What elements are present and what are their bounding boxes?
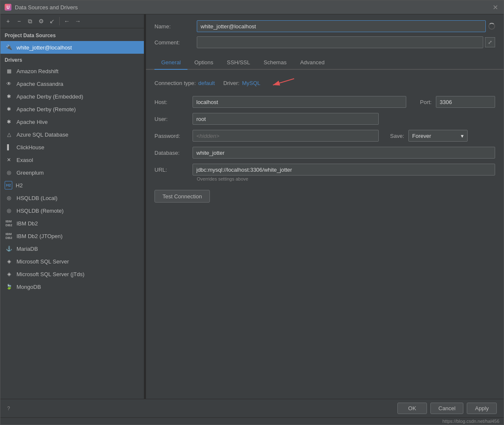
password-label: Password:: [154, 133, 188, 139]
comment-label: Comment:: [154, 39, 197, 46]
name-label: Name:: [154, 23, 197, 30]
back-button[interactable]: ←: [62, 16, 72, 26]
test-connection-button[interactable]: Test Connection: [154, 190, 210, 203]
tab-options[interactable]: Options: [187, 56, 220, 70]
greenplum-icon: ◎: [5, 168, 13, 177]
driver-mssql[interactable]: ◈ Microsoft SQL Server: [0, 255, 144, 268]
driver-amazon-redshift[interactable]: ▦ Amazon Redshift: [0, 65, 144, 77]
driver-apache-derby-remote[interactable]: ✱ Apache Derby (Remote): [0, 103, 144, 115]
import-button[interactable]: ↙: [47, 16, 57, 26]
title-bar: U Data Sources and Drivers ✕: [0, 0, 504, 14]
apache-hive-icon: ✱: [5, 118, 13, 126]
left-tree[interactable]: Project Data Sources 🔌 white_jotter@loca…: [0, 28, 144, 399]
amazon-redshift-icon: ▦: [5, 67, 13, 75]
driver-value[interactable]: MySQL: [242, 80, 260, 86]
save-select[interactable]: Forever ▾: [408, 130, 468, 142]
user-input[interactable]: [193, 113, 379, 125]
host-label: Host:: [154, 99, 188, 105]
close-button[interactable]: ✕: [491, 3, 499, 11]
user-label: User:: [154, 116, 188, 122]
duplicate-button[interactable]: ⧉: [25, 16, 35, 26]
dialog-window: U Data Sources and Drivers ✕ + − ⧉ ⚙ ↙ ←…: [0, 0, 504, 425]
database-input[interactable]: [193, 147, 495, 159]
help-button[interactable]: ?: [7, 406, 10, 411]
name-row: Name:: [154, 20, 495, 32]
hsqldb-remote-icon: ◎: [5, 206, 13, 215]
save-value: Forever: [412, 133, 431, 139]
add-button[interactable]: +: [3, 16, 13, 26]
toolbar-separator: [59, 17, 60, 25]
toolbar: + − ⧉ ⚙ ↙ ← →: [0, 14, 144, 28]
drivers-section-header: Drivers: [0, 54, 144, 65]
forward-button[interactable]: →: [73, 16, 83, 26]
driver-mongodb[interactable]: 🍃 MongoDB: [0, 280, 144, 293]
datasource-icon: 🔌: [5, 43, 13, 52]
mongodb-icon: 🍃: [5, 282, 13, 291]
comment-row: Comment: ⤢: [154, 36, 495, 48]
project-datasource-item[interactable]: 🔌 white_jotter@localhost: [0, 41, 144, 54]
driver-h2[interactable]: H2 H2: [0, 179, 144, 192]
host-input[interactable]: [193, 96, 406, 108]
apply-button[interactable]: Apply: [467, 403, 497, 414]
datasource-label: white_jotter@localhost: [17, 44, 72, 51]
driver-exasol[interactable]: ✕ Exasol: [0, 154, 144, 166]
driver-apache-derby-embedded[interactable]: ✱ Apache Derby (Embedded): [0, 90, 144, 103]
driver-ibm-db2[interactable]: IBMDB2 IBM Db2: [0, 217, 144, 230]
status-url: https://blog.csdn.net/hal456: [442, 419, 499, 424]
ibm-db2-icon: IBMDB2: [5, 219, 13, 228]
apache-derby-remote-icon: ✱: [5, 105, 13, 113]
connection-type-value[interactable]: default: [198, 80, 215, 86]
driver-mssql-jtds[interactable]: ◈ Microsoft SQL Server (jTds): [0, 268, 144, 280]
form-header: Name: Comment: ⤢: [146, 14, 504, 52]
tab-schemas[interactable]: Schemas: [257, 56, 293, 70]
driver-azure-sql[interactable]: △ Azure SQL Database: [0, 128, 144, 141]
user-row: User:: [154, 113, 495, 125]
mssql-icon: ◈: [5, 257, 13, 266]
main-content: + − ⧉ ⚙ ↙ ← → Project Data Sources 🔌 whi…: [0, 14, 504, 399]
name-input[interactable]: [197, 20, 486, 32]
driver-apache-hive[interactable]: ✱ Apache Hive: [0, 115, 144, 128]
right-panel: Name: Comment: ⤢ General Options SSH/SSL…: [146, 14, 504, 399]
clickhouse-icon: ▌: [5, 143, 13, 151]
mssql-jtds-icon: ◈: [5, 270, 13, 278]
ok-button[interactable]: OK: [397, 403, 427, 414]
tab-advanced[interactable]: Advanced: [293, 56, 331, 70]
tabs-bar: General Options SSH/SSL Schemas Advanced: [146, 56, 504, 70]
driver-ibm-db2-jtopen[interactable]: IBMDB2 IBM Db2 (JTOpen): [0, 230, 144, 242]
remove-button[interactable]: −: [14, 16, 24, 26]
port-input[interactable]: [436, 96, 495, 108]
host-port-row: Host: Port:: [154, 96, 495, 108]
azure-sql-icon: △: [5, 130, 13, 139]
driver-greenplum[interactable]: ◎ Greenplum: [0, 166, 144, 179]
tab-general-content: Connection type: default Driver: MySQL: [146, 70, 504, 399]
hsqldb-local-icon: ◎: [5, 194, 13, 202]
app-icon: U: [5, 4, 11, 11]
password-row: Password: Save: Forever ▾: [154, 130, 495, 142]
url-row: URL:: [154, 164, 495, 175]
database-row: Database:: [154, 147, 495, 159]
driver-clickhouse[interactable]: ▌ ClickHouse: [0, 141, 144, 154]
driver-hsqldb-remote[interactable]: ◎ HSQLDB (Remote): [0, 204, 144, 217]
apache-cassandra-icon: 👁: [5, 80, 13, 88]
save-label: Save:: [383, 133, 404, 139]
driver-apache-cassandra[interactable]: 👁 Apache Cassandra: [0, 77, 144, 90]
settings-button[interactable]: ⚙: [36, 16, 46, 26]
url-label: URL:: [154, 167, 188, 173]
driver-mariadb[interactable]: ⚓ MariaDB: [0, 242, 144, 255]
tab-ssh-ssl[interactable]: SSH/SSL: [220, 56, 257, 70]
red-arrow-annotation: [269, 77, 303, 89]
bottom-bar: ? OK Cancel Apply: [0, 399, 504, 417]
cancel-button[interactable]: Cancel: [430, 403, 463, 414]
driver-label: Driver:: [223, 80, 240, 86]
comment-input[interactable]: [197, 36, 483, 48]
password-input[interactable]: [193, 130, 379, 142]
window-title: Data Sources and Drivers: [15, 4, 78, 11]
tab-general[interactable]: General: [154, 56, 187, 70]
project-section-header: Project Data Sources: [0, 30, 144, 41]
connection-type-label: Connection type:: [154, 80, 196, 86]
expand-button[interactable]: ⤢: [485, 37, 495, 47]
ibm-db2-jtopen-icon: IBMDB2: [5, 232, 13, 240]
url-input[interactable]: [193, 164, 495, 175]
driver-hsqldb-local[interactable]: ◎ HSQLDB (Local): [0, 192, 144, 204]
loading-spinner: [488, 23, 495, 30]
